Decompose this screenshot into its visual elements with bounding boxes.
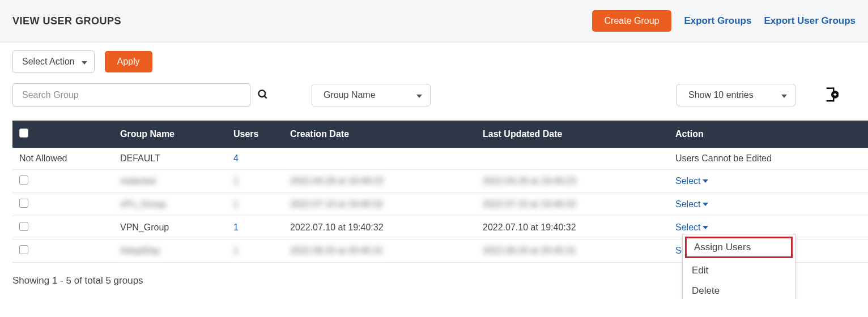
action-select-dropdown[interactable]: Select [675, 176, 708, 186]
action-select-dropdown[interactable]: Select [675, 222, 708, 233]
groups-table-wrap: Group Name Users Creation Date Last Upda… [0, 113, 868, 263]
action-select-dropdown[interactable]: Select [675, 199, 708, 209]
action-dropdown-menu: Assign Users Edit Delete Download Member… [682, 234, 795, 299]
show-entries-dropdown[interactable]: Show 10 entries [676, 84, 795, 106]
chevron-down-icon [82, 57, 87, 67]
add-column-icon[interactable] [822, 86, 839, 105]
users-count-link[interactable]: 1 [233, 176, 239, 186]
updated-date-cell [477, 148, 670, 170]
updated-date-cell: 2022.07.10 at 19:40:32 [477, 193, 670, 216]
apply-button[interactable]: Apply [105, 51, 152, 72]
caret-down-icon [703, 226, 708, 229]
search-wrap [12, 83, 269, 107]
created-date-cell: 2022.04.28 at 19:49:23 [284, 170, 477, 193]
filter-row: Group Name Show 10 entries [0, 73, 868, 113]
group-name-cell: AdoptDay [114, 239, 228, 263]
svg-line-1 [265, 96, 267, 98]
col-action: Action [670, 121, 868, 148]
action-toolbar: Select Action Apply [0, 42, 868, 73]
table-row: Not AllowedDEFAULT4Users Cannot be Edite… [12, 148, 868, 170]
col-updated: Last Updated Date [477, 121, 670, 148]
updated-date-cell: 2022.08.20 at 20:45:31 [477, 239, 670, 263]
created-date-cell: 2022.07.10 at 19:40:32 [284, 216, 477, 239]
export-user-groups-link[interactable]: Export User Groups [764, 15, 856, 27]
row-checkbox[interactable] [19, 222, 28, 231]
users-count-link[interactable]: 4 [233, 153, 239, 163]
caret-down-icon [703, 203, 708, 206]
col-users: Users [228, 121, 284, 148]
header-bar: VIEW USER GROUPS Create Group Export Gro… [0, 0, 868, 42]
updated-date-cell: 2022.04.28 at 19:49:23 [477, 170, 670, 193]
created-date-cell: 2022.08.20 at 20:45:31 [284, 239, 477, 263]
chevron-down-icon [781, 90, 787, 100]
row-check-text: Not Allowed [12, 148, 114, 170]
table-row: vPn_Group12022.07.10 at 19:40:322022.07.… [12, 193, 868, 216]
filter-by-dropdown[interactable]: Group Name [312, 84, 431, 106]
select-action-label: Select Action [22, 57, 75, 66]
table-row: redacted12022.04.28 at 19:49:232022.04.2… [12, 170, 868, 193]
col-group-name: Group Name [114, 121, 228, 148]
group-name-cell: vPn_Group [114, 193, 228, 216]
col-created: Creation Date [284, 121, 477, 148]
search-group-input[interactable] [12, 83, 250, 107]
table-header-row: Group Name Users Creation Date Last Upda… [12, 121, 868, 148]
menu-edit[interactable]: Edit [683, 260, 795, 281]
page-title: VIEW USER GROUPS [12, 15, 121, 27]
row-checkbox[interactable] [19, 245, 28, 254]
chevron-down-icon [416, 90, 422, 100]
row-checkbox[interactable] [19, 199, 28, 208]
select-all-checkbox[interactable] [19, 128, 28, 138]
menu-delete[interactable]: Delete [683, 281, 795, 299]
svg-point-0 [259, 90, 266, 97]
header-actions: Create Group Export Groups Export User G… [592, 10, 856, 32]
group-name-cell: DEFAULT [114, 148, 228, 170]
created-date-cell [284, 148, 477, 170]
users-count-link[interactable]: 1 [233, 199, 239, 209]
select-action-dropdown[interactable]: Select Action [12, 50, 95, 73]
filter-by-label: Group Name [324, 90, 376, 100]
group-name-cell: redacted [114, 170, 228, 193]
updated-date-cell: 2022.07.10 at 19:40:32 [477, 216, 670, 239]
caret-down-icon [703, 179, 708, 183]
search-icon[interactable] [257, 89, 269, 102]
menu-assign-users[interactable]: Assign Users [685, 237, 793, 258]
action-text: Users Cannot be Edited [670, 148, 868, 170]
row-checkbox[interactable] [19, 175, 28, 185]
group-name-cell: VPN_Group [114, 216, 228, 239]
show-entries-label: Show 10 entries [688, 90, 754, 100]
users-count-link[interactable]: 1 [233, 246, 239, 255]
users-count-link[interactable]: 1 [233, 222, 239, 232]
created-date-cell: 2022.07.10 at 19:40:32 [284, 193, 477, 216]
export-groups-link[interactable]: Export Groups [684, 15, 751, 27]
create-group-button[interactable]: Create Group [592, 10, 672, 32]
